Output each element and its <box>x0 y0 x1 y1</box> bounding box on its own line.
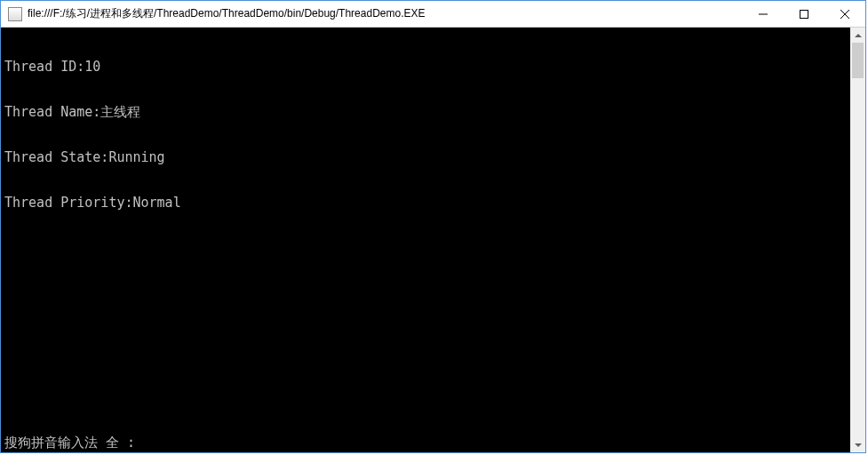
close-icon <box>840 10 849 19</box>
chevron-up-icon <box>855 34 862 37</box>
titlebar: file:///F:/练习/进程和多线程/ThreadDemo/ThreadDe… <box>1 1 865 28</box>
scroll-thumb[interactable] <box>852 43 864 78</box>
chevron-down-icon <box>855 443 862 447</box>
close-button[interactable] <box>824 1 865 27</box>
maximize-button[interactable] <box>784 1 824 27</box>
console-area: Thread ID:10 Thread Name:主线程 Thread Stat… <box>1 28 865 452</box>
window-controls <box>743 1 865 27</box>
console-line: Thread Name:主线程 <box>4 105 847 120</box>
minimize-icon <box>759 10 768 19</box>
app-icon <box>8 7 22 21</box>
console-content[interactable]: Thread ID:10 Thread Name:主线程 Thread Stat… <box>1 28 850 452</box>
ime-status: 搜狗拼音输入法 全 : <box>4 435 135 451</box>
svg-rect-1 <box>800 10 808 18</box>
maximize-icon <box>800 10 808 19</box>
console-window: file:///F:/练习/进程和多线程/ThreadDemo/ThreadDe… <box>0 0 866 453</box>
scroll-up-button[interactable] <box>850 28 865 43</box>
console-line: Thread Priority:Normal <box>4 196 847 211</box>
scroll-track[interactable] <box>850 43 865 437</box>
window-title: file:///F:/练习/进程和多线程/ThreadDemo/ThreadDe… <box>28 6 743 21</box>
minimize-button[interactable] <box>743 1 784 27</box>
console-line: Thread ID:10 <box>4 60 847 75</box>
scroll-down-button[interactable] <box>850 437 865 452</box>
vertical-scrollbar[interactable] <box>850 28 865 452</box>
console-line: Thread State:Running <box>4 150 847 165</box>
